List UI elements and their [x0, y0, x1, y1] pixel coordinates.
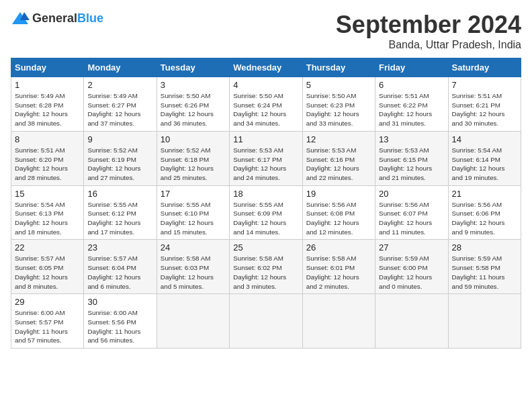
day-info: Sunrise: 5:55 AM Sunset: 6:09 PM Dayligh… — [233, 200, 298, 237]
logo: GeneralBlue — [11, 11, 103, 26]
col-tuesday: Tuesday — [157, 58, 229, 77]
logo-text-blue: Blue — [77, 11, 103, 25]
table-row: 8Sunrise: 5:51 AM Sunset: 6:20 PM Daylig… — [11, 131, 84, 185]
day-info: Sunrise: 5:50 AM Sunset: 6:23 PM Dayligh… — [306, 91, 371, 128]
day-number: 26 — [306, 242, 371, 253]
day-number: 30 — [87, 297, 152, 307]
day-info: Sunrise: 5:57 AM Sunset: 6:05 PM Dayligh… — [15, 254, 80, 291]
day-info: Sunrise: 5:55 AM Sunset: 6:12 PM Dayligh… — [87, 200, 152, 237]
day-number: 18 — [233, 189, 298, 199]
day-number: 7 — [452, 80, 517, 90]
day-info: Sunrise: 5:56 AM Sunset: 6:08 PM Dayligh… — [306, 200, 371, 237]
table-row: 5Sunrise: 5:50 AM Sunset: 6:23 PM Daylig… — [302, 77, 375, 132]
logo-wordmark: GeneralBlue — [32, 11, 103, 26]
day-number: 13 — [379, 134, 444, 144]
day-info: Sunrise: 5:53 AM Sunset: 6:15 PM Dayligh… — [379, 146, 444, 183]
day-info: Sunrise: 5:49 AM Sunset: 6:28 PM Dayligh… — [15, 91, 80, 128]
table-row: 6Sunrise: 5:51 AM Sunset: 6:22 PM Daylig… — [375, 77, 448, 132]
calendar-week-row: 1Sunrise: 5:49 AM Sunset: 6:28 PM Daylig… — [11, 77, 521, 132]
day-number: 3 — [161, 80, 226, 90]
day-info: Sunrise: 5:58 AM Sunset: 6:03 PM Dayligh… — [161, 254, 226, 291]
day-info: Sunrise: 5:54 AM Sunset: 6:14 PM Dayligh… — [452, 146, 517, 183]
header: GeneralBlue September 2024 Banda, Uttar … — [11, 11, 521, 51]
location-title: Banda, Uttar Pradesh, India — [336, 39, 521, 51]
table-row: 30Sunrise: 6:00 AM Sunset: 5:56 PM Dayli… — [84, 294, 157, 349]
table-row: 29Sunrise: 6:00 AM Sunset: 5:57 PM Dayli… — [11, 294, 84, 349]
day-info: Sunrise: 6:00 AM Sunset: 5:56 PM Dayligh… — [87, 308, 152, 345]
table-row: 19Sunrise: 5:56 AM Sunset: 6:08 PM Dayli… — [302, 185, 375, 240]
table-row: 4Sunrise: 5:50 AM Sunset: 6:24 PM Daylig… — [230, 77, 302, 132]
table-row: 18Sunrise: 5:55 AM Sunset: 6:09 PM Dayli… — [230, 185, 302, 240]
day-number: 17 — [161, 189, 226, 199]
col-sunday: Sunday — [11, 58, 84, 77]
day-number: 9 — [87, 134, 152, 144]
table-row: 27Sunrise: 5:59 AM Sunset: 6:00 PM Dayli… — [375, 240, 448, 294]
table-row: 7Sunrise: 5:51 AM Sunset: 6:21 PM Daylig… — [448, 77, 521, 132]
day-number: 14 — [452, 134, 517, 144]
day-number: 23 — [87, 242, 152, 253]
col-wednesday: Wednesday — [230, 58, 302, 77]
day-info: Sunrise: 5:59 AM Sunset: 5:58 PM Dayligh… — [452, 254, 517, 291]
day-info: Sunrise: 5:51 AM Sunset: 6:21 PM Dayligh… — [452, 91, 517, 128]
logo-icon — [11, 11, 30, 26]
day-info: Sunrise: 5:57 AM Sunset: 6:04 PM Dayligh… — [87, 254, 152, 291]
day-info: Sunrise: 5:58 AM Sunset: 6:02 PM Dayligh… — [233, 254, 298, 291]
day-number: 28 — [452, 242, 517, 253]
day-number: 24 — [161, 242, 226, 253]
table-row: 20Sunrise: 5:56 AM Sunset: 6:07 PM Dayli… — [375, 185, 448, 240]
calendar-week-row: 29Sunrise: 6:00 AM Sunset: 5:57 PM Dayli… — [11, 294, 521, 349]
day-number: 20 — [379, 189, 444, 199]
day-info: Sunrise: 5:56 AM Sunset: 6:06 PM Dayligh… — [452, 200, 517, 237]
day-number: 22 — [15, 242, 80, 253]
col-monday: Monday — [84, 58, 157, 77]
day-info: Sunrise: 5:49 AM Sunset: 6:27 PM Dayligh… — [87, 91, 152, 128]
logo-text-general: General — [32, 11, 77, 25]
table-row: 9Sunrise: 5:52 AM Sunset: 6:19 PM Daylig… — [84, 131, 157, 185]
table-row: 16Sunrise: 5:55 AM Sunset: 6:12 PM Dayli… — [84, 185, 157, 240]
day-number: 19 — [306, 189, 371, 199]
day-info: Sunrise: 5:52 AM Sunset: 6:18 PM Dayligh… — [161, 146, 226, 183]
day-number: 4 — [233, 80, 298, 90]
day-info: Sunrise: 5:51 AM Sunset: 6:20 PM Dayligh… — [15, 146, 80, 183]
table-row: 12Sunrise: 5:53 AM Sunset: 6:16 PM Dayli… — [302, 131, 375, 185]
day-number: 6 — [379, 80, 444, 90]
day-number: 10 — [161, 134, 226, 144]
table-row: 26Sunrise: 5:58 AM Sunset: 6:01 PM Dayli… — [302, 240, 375, 294]
day-info: Sunrise: 5:56 AM Sunset: 6:07 PM Dayligh… — [379, 200, 444, 237]
calendar-header-row: Sunday Monday Tuesday Wednesday Thursday… — [11, 58, 521, 77]
day-number: 11 — [233, 134, 298, 144]
table-row — [157, 294, 229, 349]
table-row — [448, 294, 521, 349]
day-number: 8 — [15, 134, 80, 144]
col-saturday: Saturday — [448, 58, 521, 77]
day-info: Sunrise: 5:50 AM Sunset: 6:26 PM Dayligh… — [161, 91, 226, 128]
table-row: 24Sunrise: 5:58 AM Sunset: 6:03 PM Dayli… — [157, 240, 229, 294]
table-row: 21Sunrise: 5:56 AM Sunset: 6:06 PM Dayli… — [448, 185, 521, 240]
day-number: 15 — [15, 189, 80, 199]
day-number: 27 — [379, 242, 444, 253]
day-info: Sunrise: 5:51 AM Sunset: 6:22 PM Dayligh… — [379, 91, 444, 128]
day-info: Sunrise: 5:55 AM Sunset: 6:10 PM Dayligh… — [161, 200, 226, 237]
day-number: 16 — [87, 189, 152, 199]
table-row: 22Sunrise: 5:57 AM Sunset: 6:05 PM Dayli… — [11, 240, 84, 294]
table-row: 17Sunrise: 5:55 AM Sunset: 6:10 PM Dayli… — [157, 185, 229, 240]
calendar-week-row: 8Sunrise: 5:51 AM Sunset: 6:20 PM Daylig… — [11, 131, 521, 185]
table-row: 10Sunrise: 5:52 AM Sunset: 6:18 PM Dayli… — [157, 131, 229, 185]
day-info: Sunrise: 5:53 AM Sunset: 6:16 PM Dayligh… — [306, 146, 371, 183]
title-area: September 2024 Banda, Uttar Pradesh, Ind… — [336, 11, 521, 51]
calendar-week-row: 15Sunrise: 5:54 AM Sunset: 6:13 PM Dayli… — [11, 185, 521, 240]
table-row: 14Sunrise: 5:54 AM Sunset: 6:14 PM Dayli… — [448, 131, 521, 185]
col-friday: Friday — [375, 58, 448, 77]
day-info: Sunrise: 5:53 AM Sunset: 6:17 PM Dayligh… — [233, 146, 298, 183]
month-title: September 2024 — [336, 11, 521, 39]
table-row — [230, 294, 302, 349]
day-number: 12 — [306, 134, 371, 144]
table-row — [302, 294, 375, 349]
day-number: 1 — [15, 80, 80, 90]
table-row: 11Sunrise: 5:53 AM Sunset: 6:17 PM Dayli… — [230, 131, 302, 185]
day-number: 5 — [306, 80, 371, 90]
calendar-week-row: 22Sunrise: 5:57 AM Sunset: 6:05 PM Dayli… — [11, 240, 521, 294]
day-info: Sunrise: 6:00 AM Sunset: 5:57 PM Dayligh… — [15, 308, 80, 345]
day-info: Sunrise: 5:50 AM Sunset: 6:24 PM Dayligh… — [233, 91, 298, 128]
table-row: 28Sunrise: 5:59 AM Sunset: 5:58 PM Dayli… — [448, 240, 521, 294]
